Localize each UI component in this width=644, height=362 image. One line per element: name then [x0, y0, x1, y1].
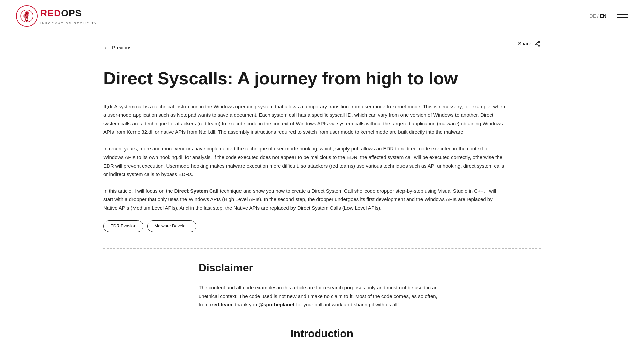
para3-bold: Direct System Call: [174, 188, 219, 194]
logo-ops: OPS: [61, 8, 82, 18]
article-body: tl;dr A system call is a technical instr…: [103, 102, 506, 213]
logo-subtitle: INFORMATION SECURITY: [40, 21, 97, 26]
share-icon: [534, 40, 541, 47]
tldr-text: A system call is a technical instruction…: [103, 104, 505, 135]
logo-area[interactable]: REDOPS INFORMATION SECURITY: [16, 5, 97, 27]
disclaimer-body: The content and all code examples in thi…: [199, 283, 445, 309]
previous-label: Previous: [112, 44, 131, 52]
disclaimer-text-middle: , thank you: [232, 302, 259, 307]
ired-team-link[interactable]: ired.team: [210, 302, 232, 307]
article-title: Direct Syscalls: A journey from high to …: [103, 69, 472, 89]
lang-en[interactable]: EN: [600, 13, 606, 19]
logo-red: RED: [40, 8, 61, 18]
spotheplanet-link[interactable]: @spotheplanet: [258, 302, 294, 307]
hamburger-menu[interactable]: [617, 14, 628, 18]
lang-switcher[interactable]: DE / EN: [589, 12, 606, 20]
tldr-label: tl;dr: [103, 104, 113, 109]
share-button[interactable]: Share: [518, 40, 541, 48]
hamburger-line-2: [617, 17, 628, 18]
paragraph-2: In recent years, more and more vendors h…: [103, 144, 506, 179]
disclaimer-section: Disclaimer The content and all code exam…: [188, 259, 456, 342]
svg-point-2: [26, 12, 27, 13]
disclaimer-text-after: for your brilliant work and sharing it w…: [294, 302, 399, 307]
back-arrow-icon: ←: [103, 43, 109, 53]
para3-text-before: In this article, I will focus on the: [103, 188, 174, 194]
top-nav-row: ← Previous Share: [103, 43, 541, 61]
paragraph-3: In this article, I will focus on the Dir…: [103, 187, 506, 213]
logo-circle: [16, 5, 38, 27]
logo-text: REDOPS INFORMATION SECURITY: [40, 6, 97, 26]
paragraph-tldr: tl;dr A system call is a technical instr…: [103, 102, 506, 136]
nav-right: DE / EN: [589, 12, 628, 20]
disclaimer-title: Disclaimer: [199, 259, 445, 277]
previous-button[interactable]: ← Previous: [103, 43, 131, 53]
tags-row: EDR Evasion Malware Develo...: [103, 220, 541, 232]
dashed-divider: [103, 248, 541, 249]
logo-brand: REDOPS: [40, 6, 97, 21]
svg-line-6: [536, 42, 538, 43]
tag-edr-evasion[interactable]: EDR Evasion: [103, 220, 143, 232]
lang-separator: /: [596, 13, 600, 19]
introduction-title: Introduction: [199, 325, 445, 342]
lang-de[interactable]: DE: [589, 13, 596, 19]
navbar: REDOPS INFORMATION SECURITY DE / EN: [0, 0, 644, 32]
share-label: Share: [518, 40, 531, 48]
main-content: ← Previous Share Direct Syscalls: A jour…: [87, 32, 557, 353]
svg-line-7: [536, 44, 538, 46]
hamburger-line-1: [617, 14, 628, 15]
logo-snake-icon: [19, 8, 35, 24]
tag-malware-dev[interactable]: Malware Develo...: [147, 220, 196, 232]
